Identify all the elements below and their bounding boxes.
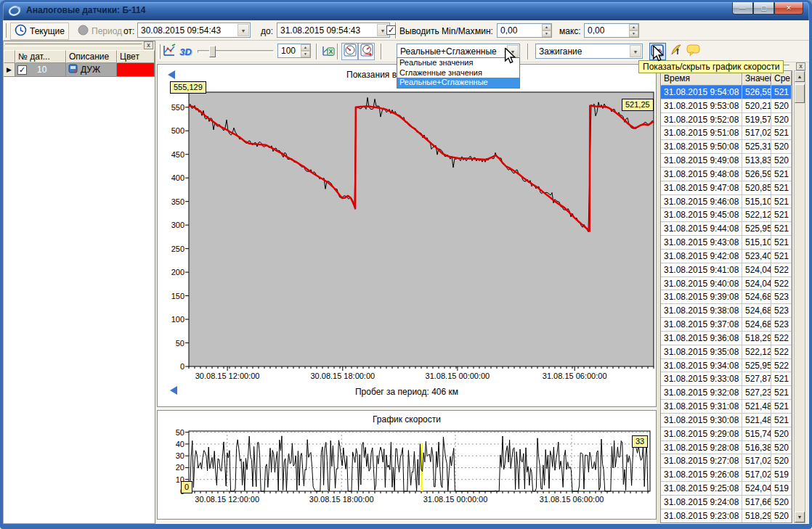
spin-down-icon[interactable]: ▼ — [301, 51, 310, 57]
nav-left-icon[interactable] — [168, 70, 175, 79]
table-cell: 519,575 — [742, 113, 771, 126]
spin-up-icon[interactable]: ▲ — [301, 44, 310, 51]
speed-chart-canvas[interactable] — [184, 430, 656, 502]
tick-label: 100 — [160, 315, 184, 324]
zoom-spinner[interactable]: 100 ▲▼ — [277, 44, 311, 58]
table-row[interactable]: 31.08.2015 9:30:08521,489521 — [661, 414, 792, 427]
table-row[interactable]: 31.08.2015 9:53:08520,213520 — [661, 99, 792, 113]
toolbar-period: Текущие Период от: 30.08.2015 09:54:43 ▼… — [3, 20, 809, 41]
table-row[interactable]: 31.08.2015 9:47:08520,851521 — [661, 181, 792, 195]
table-row[interactable]: 31.08.2015 9:29:08515,745520 — [661, 427, 792, 441]
table-row[interactable]: 31.08.2015 9:24:08517,66520 — [661, 496, 792, 509]
sensor-row-number-cell[interactable]: ✓ 10 — [15, 63, 66, 77]
speech-bubble-icon — [686, 44, 700, 60]
sensor-color-swatch[interactable] — [117, 63, 155, 77]
ignition-combo[interactable]: Зажигание ▼ — [535, 44, 643, 59]
export-excel-button[interactable]: X — [320, 43, 336, 60]
close-panel-button[interactable]: х — [144, 41, 153, 49]
current-mode-button[interactable]: Текущие — [10, 22, 69, 40]
sensor-checkbox[interactable]: ✓ — [17, 65, 27, 75]
table-row[interactable]: 31.08.2015 9:41:08524,043522 — [661, 263, 792, 277]
table-row[interactable]: 31.08.2015 9:25:08524,043519 — [661, 482, 792, 496]
notes-button[interactable] — [667, 43, 684, 60]
main-chart-canvas[interactable] — [184, 91, 659, 375]
table-row[interactable]: 31.08.2015 9:32:08527,234521 — [661, 386, 792, 400]
toolbar-grip[interactable] — [4, 23, 7, 38]
spin-down-icon[interactable]: ▼ — [629, 30, 638, 37]
spin-down-icon[interactable]: ▼ — [542, 30, 551, 37]
scroll-down-icon[interactable]: ▼ — [795, 512, 805, 522]
table-cell: 520 — [771, 496, 792, 509]
close-table-button[interactable]: х — [796, 62, 805, 70]
table-row[interactable]: 31.08.2015 9:38:08524,681523 — [661, 304, 792, 318]
title-bar[interactable]: Аналоговые датчики: Б-114 — ▢ ✕ — [0, 0, 812, 20]
table-row[interactable]: 31.08.2015 9:36:08518,298522 — [661, 332, 792, 345]
sensor-row-description-cell[interactable]: ДУЖ — [66, 63, 117, 77]
3d-view-button[interactable]: 3D — [177, 43, 194, 60]
table-row[interactable]: 31.08.2015 9:51:08517,021521 — [661, 126, 792, 140]
time-column-header[interactable]: Время — [661, 71, 742, 86]
spin-up-icon[interactable]: ▲ — [629, 24, 638, 30]
from-date-combo[interactable]: 30.08.2015 09:54:43 ▼ — [137, 22, 251, 38]
max-value-spinner[interactable]: 0,00 ▲▼ — [584, 23, 639, 38]
sensor-description: ДУЖ — [81, 65, 100, 75]
table-row[interactable]: 31.08.2015 9:49:08513,83520 — [661, 154, 792, 168]
view-mode-combo[interactable]: Реальные+Сглаженные ▼ — [397, 44, 520, 59]
table-row[interactable]: 31.08.2015 9:44:08525,957521 — [661, 222, 792, 236]
table-row[interactable]: 31.08.2015 9:40:08524,043522 — [661, 277, 792, 291]
table-row[interactable]: 31.08.2015 9:42:08523,404521 — [661, 250, 792, 263]
minmax-checkbox[interactable]: ✓ — [386, 25, 396, 35]
scrollbar-thumb[interactable] — [795, 84, 805, 103]
table-row[interactable]: 31.08.2015 9:39:08524,681523 — [661, 290, 792, 304]
table-row[interactable]: 31.08.2015 9:27:08517,021520 — [661, 454, 792, 468]
splitter-handle[interactable] — [5, 44, 142, 46]
smoothing-slider-thumb[interactable] — [209, 46, 216, 57]
to-date-combo[interactable]: 31.08.2015 09:54:43 ▼ — [277, 22, 390, 38]
comment-button[interactable] — [685, 43, 702, 60]
chevron-down-icon[interactable]: ▼ — [630, 45, 641, 57]
mileage-footer: Пробег за период: 406 км — [158, 387, 656, 397]
data-table-panel: х Время Значен Сре 31.08.2015 9:54:08526… — [660, 62, 807, 524]
table-row[interactable]: 31.08.2015 9:46:08515,106521 — [661, 195, 792, 209]
value-column-header[interactable]: Значен — [742, 71, 771, 86]
table-row[interactable]: 31.08.2015 9:33:08527,872521 — [661, 372, 792, 386]
table-cell: 521 — [771, 195, 792, 208]
table-row[interactable]: 31.08.2015 9:35:08522,128522 — [661, 345, 792, 359]
table-row[interactable]: 31.08.2015 9:23:08518,298520 — [661, 509, 792, 523]
spin-up-icon[interactable]: ▲ — [542, 24, 551, 30]
table-row[interactable]: 31.08.2015 9:50:08525,319520 — [661, 140, 792, 154]
avg-column-header[interactable]: Сре — [771, 71, 792, 86]
table-row[interactable]: 31.08.2015 9:43:08515,106521 — [661, 236, 792, 250]
table-row[interactable]: 31.08.2015 9:48:08526,596521 — [661, 168, 792, 181]
table-scrollbar[interactable]: ▲ ▼ — [794, 70, 805, 523]
dropdown-option[interactable]: Реальные+Сглаженные — [397, 78, 519, 88]
table-cell: 521 — [771, 372, 792, 385]
scroll-up-icon[interactable]: ▲ — [795, 71, 805, 82]
table-row[interactable]: 31.08.2015 9:45:08522,128521 — [661, 208, 792, 222]
line-chart-button[interactable] — [161, 43, 178, 60]
sensors-panel-header: х — [4, 41, 155, 50]
period-mode-button[interactable]: Период — [73, 22, 126, 40]
min-value-spinner[interactable]: 0,00 ▲▼ — [497, 23, 552, 38]
table-cell: 31.08.2015 9:34:08 — [661, 359, 742, 372]
maximize-button[interactable]: ▢ — [753, 2, 774, 15]
table-cell: 31.08.2015 9:51:08 — [661, 126, 742, 139]
dropdown-option[interactable]: Реальные значения — [397, 58, 519, 68]
table-row[interactable]: 31.08.2015 9:28:08516,383520 — [661, 441, 792, 455]
close-button[interactable]: ✕ — [774, 2, 803, 15]
table-cell: 525,319 — [742, 140, 771, 153]
gauge-arrow-view-button[interactable] — [358, 43, 375, 60]
table-row[interactable]: 31.08.2015 9:26:08517,021519 — [661, 468, 792, 482]
table-cell: 31.08.2015 9:43:08 — [661, 236, 742, 249]
tick-label: 200 — [160, 268, 184, 276]
table-row[interactable]: 31.08.2015 9:52:08519,575520 — [661, 113, 792, 127]
table-row[interactable]: 31.08.2015 9:37:08524,681523 — [661, 318, 792, 332]
table-row[interactable]: 31.08.2015 9:54:08526,596521 — [661, 86, 792, 99]
toolbar-grip[interactable] — [158, 44, 161, 59]
minimize-button[interactable]: — — [732, 2, 753, 15]
table-row[interactable]: 31.08.2015 9:31:08521,489521 — [661, 400, 792, 414]
table-row[interactable]: 31.08.2015 9:34:08525,957522 — [661, 359, 792, 373]
dropdown-option[interactable]: Сглаженные значения — [397, 68, 519, 78]
gauge-view-button[interactable] — [341, 43, 358, 60]
chevron-down-icon[interactable]: ▼ — [237, 24, 249, 36]
